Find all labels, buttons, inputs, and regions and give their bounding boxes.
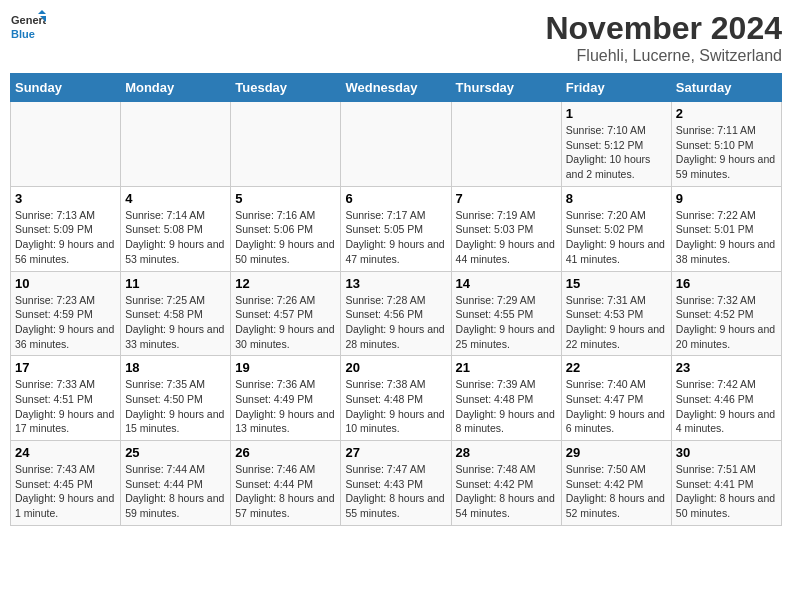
day-number: 13 xyxy=(345,276,446,291)
svg-text:Blue: Blue xyxy=(11,28,35,40)
calendar-cell: 4Sunrise: 7:14 AM Sunset: 5:08 PM Daylig… xyxy=(121,186,231,271)
day-info: Sunrise: 7:10 AM Sunset: 5:12 PM Dayligh… xyxy=(566,123,667,182)
calendar-body: 1Sunrise: 7:10 AM Sunset: 5:12 PM Daylig… xyxy=(11,102,782,526)
calendar-cell: 15Sunrise: 7:31 AM Sunset: 4:53 PM Dayli… xyxy=(561,271,671,356)
day-info: Sunrise: 7:26 AM Sunset: 4:57 PM Dayligh… xyxy=(235,293,336,352)
day-info: Sunrise: 7:42 AM Sunset: 4:46 PM Dayligh… xyxy=(676,377,777,436)
calendar-week-1: 3Sunrise: 7:13 AM Sunset: 5:09 PM Daylig… xyxy=(11,186,782,271)
day-number: 17 xyxy=(15,360,116,375)
calendar-cell: 17Sunrise: 7:33 AM Sunset: 4:51 PM Dayli… xyxy=(11,356,121,441)
calendar-cell xyxy=(121,102,231,187)
svg-text:General: General xyxy=(11,14,46,26)
day-info: Sunrise: 7:32 AM Sunset: 4:52 PM Dayligh… xyxy=(676,293,777,352)
day-number: 14 xyxy=(456,276,557,291)
day-number: 3 xyxy=(15,191,116,206)
day-info: Sunrise: 7:39 AM Sunset: 4:48 PM Dayligh… xyxy=(456,377,557,436)
day-info: Sunrise: 7:47 AM Sunset: 4:43 PM Dayligh… xyxy=(345,462,446,521)
calendar-week-4: 24Sunrise: 7:43 AM Sunset: 4:45 PM Dayli… xyxy=(11,441,782,526)
logo: General Blue xyxy=(10,10,46,46)
day-number: 20 xyxy=(345,360,446,375)
weekday-header-saturday: Saturday xyxy=(671,74,781,102)
day-number: 2 xyxy=(676,106,777,121)
day-info: Sunrise: 7:44 AM Sunset: 4:44 PM Dayligh… xyxy=(125,462,226,521)
day-number: 5 xyxy=(235,191,336,206)
day-number: 7 xyxy=(456,191,557,206)
weekday-header-thursday: Thursday xyxy=(451,74,561,102)
calendar-table: SundayMondayTuesdayWednesdayThursdayFrid… xyxy=(10,73,782,526)
day-info: Sunrise: 7:25 AM Sunset: 4:58 PM Dayligh… xyxy=(125,293,226,352)
day-info: Sunrise: 7:11 AM Sunset: 5:10 PM Dayligh… xyxy=(676,123,777,182)
calendar-cell: 5Sunrise: 7:16 AM Sunset: 5:06 PM Daylig… xyxy=(231,186,341,271)
weekday-header-monday: Monday xyxy=(121,74,231,102)
day-info: Sunrise: 7:48 AM Sunset: 4:42 PM Dayligh… xyxy=(456,462,557,521)
day-number: 10 xyxy=(15,276,116,291)
day-info: Sunrise: 7:16 AM Sunset: 5:06 PM Dayligh… xyxy=(235,208,336,267)
calendar-cell: 6Sunrise: 7:17 AM Sunset: 5:05 PM Daylig… xyxy=(341,186,451,271)
calendar-cell: 24Sunrise: 7:43 AM Sunset: 4:45 PM Dayli… xyxy=(11,441,121,526)
day-info: Sunrise: 7:14 AM Sunset: 5:08 PM Dayligh… xyxy=(125,208,226,267)
weekday-header-tuesday: Tuesday xyxy=(231,74,341,102)
calendar-cell: 7Sunrise: 7:19 AM Sunset: 5:03 PM Daylig… xyxy=(451,186,561,271)
day-number: 19 xyxy=(235,360,336,375)
day-info: Sunrise: 7:46 AM Sunset: 4:44 PM Dayligh… xyxy=(235,462,336,521)
day-info: Sunrise: 7:13 AM Sunset: 5:09 PM Dayligh… xyxy=(15,208,116,267)
calendar-cell: 8Sunrise: 7:20 AM Sunset: 5:02 PM Daylig… xyxy=(561,186,671,271)
day-info: Sunrise: 7:40 AM Sunset: 4:47 PM Dayligh… xyxy=(566,377,667,436)
calendar-cell xyxy=(341,102,451,187)
day-info: Sunrise: 7:20 AM Sunset: 5:02 PM Dayligh… xyxy=(566,208,667,267)
calendar-cell: 28Sunrise: 7:48 AM Sunset: 4:42 PM Dayli… xyxy=(451,441,561,526)
day-info: Sunrise: 7:43 AM Sunset: 4:45 PM Dayligh… xyxy=(15,462,116,521)
calendar-week-2: 10Sunrise: 7:23 AM Sunset: 4:59 PM Dayli… xyxy=(11,271,782,356)
day-number: 28 xyxy=(456,445,557,460)
day-number: 12 xyxy=(235,276,336,291)
calendar-cell: 21Sunrise: 7:39 AM Sunset: 4:48 PM Dayli… xyxy=(451,356,561,441)
day-number: 23 xyxy=(676,360,777,375)
day-number: 4 xyxy=(125,191,226,206)
day-number: 30 xyxy=(676,445,777,460)
calendar-cell: 1Sunrise: 7:10 AM Sunset: 5:12 PM Daylig… xyxy=(561,102,671,187)
day-number: 16 xyxy=(676,276,777,291)
calendar-cell: 14Sunrise: 7:29 AM Sunset: 4:55 PM Dayli… xyxy=(451,271,561,356)
day-info: Sunrise: 7:17 AM Sunset: 5:05 PM Dayligh… xyxy=(345,208,446,267)
day-info: Sunrise: 7:51 AM Sunset: 4:41 PM Dayligh… xyxy=(676,462,777,521)
day-info: Sunrise: 7:23 AM Sunset: 4:59 PM Dayligh… xyxy=(15,293,116,352)
day-number: 21 xyxy=(456,360,557,375)
day-number: 6 xyxy=(345,191,446,206)
month-title: November 2024 xyxy=(545,10,782,47)
calendar-cell xyxy=(231,102,341,187)
calendar-cell: 10Sunrise: 7:23 AM Sunset: 4:59 PM Dayli… xyxy=(11,271,121,356)
day-info: Sunrise: 7:36 AM Sunset: 4:49 PM Dayligh… xyxy=(235,377,336,436)
day-number: 9 xyxy=(676,191,777,206)
day-info: Sunrise: 7:33 AM Sunset: 4:51 PM Dayligh… xyxy=(15,377,116,436)
header: General Blue November 2024 Fluehli, Luce… xyxy=(10,10,782,65)
calendar-cell: 2Sunrise: 7:11 AM Sunset: 5:10 PM Daylig… xyxy=(671,102,781,187)
weekday-header-friday: Friday xyxy=(561,74,671,102)
calendar-week-3: 17Sunrise: 7:33 AM Sunset: 4:51 PM Dayli… xyxy=(11,356,782,441)
day-info: Sunrise: 7:19 AM Sunset: 5:03 PM Dayligh… xyxy=(456,208,557,267)
weekday-header-sunday: Sunday xyxy=(11,74,121,102)
calendar-cell xyxy=(11,102,121,187)
day-info: Sunrise: 7:35 AM Sunset: 4:50 PM Dayligh… xyxy=(125,377,226,436)
day-info: Sunrise: 7:38 AM Sunset: 4:48 PM Dayligh… xyxy=(345,377,446,436)
location-title: Fluehli, Lucerne, Switzerland xyxy=(545,47,782,65)
calendar-cell: 27Sunrise: 7:47 AM Sunset: 4:43 PM Dayli… xyxy=(341,441,451,526)
day-info: Sunrise: 7:28 AM Sunset: 4:56 PM Dayligh… xyxy=(345,293,446,352)
day-info: Sunrise: 7:29 AM Sunset: 4:55 PM Dayligh… xyxy=(456,293,557,352)
calendar-cell xyxy=(451,102,561,187)
day-number: 29 xyxy=(566,445,667,460)
weekday-header-wednesday: Wednesday xyxy=(341,74,451,102)
calendar-cell: 26Sunrise: 7:46 AM Sunset: 4:44 PM Dayli… xyxy=(231,441,341,526)
day-number: 15 xyxy=(566,276,667,291)
title-area: November 2024 Fluehli, Lucerne, Switzerl… xyxy=(545,10,782,65)
calendar-cell: 30Sunrise: 7:51 AM Sunset: 4:41 PM Dayli… xyxy=(671,441,781,526)
calendar-cell: 11Sunrise: 7:25 AM Sunset: 4:58 PM Dayli… xyxy=(121,271,231,356)
calendar-cell: 3Sunrise: 7:13 AM Sunset: 5:09 PM Daylig… xyxy=(11,186,121,271)
logo-svg: General Blue xyxy=(10,10,46,46)
day-number: 18 xyxy=(125,360,226,375)
day-number: 22 xyxy=(566,360,667,375)
calendar-cell: 29Sunrise: 7:50 AM Sunset: 4:42 PM Dayli… xyxy=(561,441,671,526)
calendar-cell: 13Sunrise: 7:28 AM Sunset: 4:56 PM Dayli… xyxy=(341,271,451,356)
day-number: 26 xyxy=(235,445,336,460)
calendar-cell: 9Sunrise: 7:22 AM Sunset: 5:01 PM Daylig… xyxy=(671,186,781,271)
calendar-cell: 18Sunrise: 7:35 AM Sunset: 4:50 PM Dayli… xyxy=(121,356,231,441)
